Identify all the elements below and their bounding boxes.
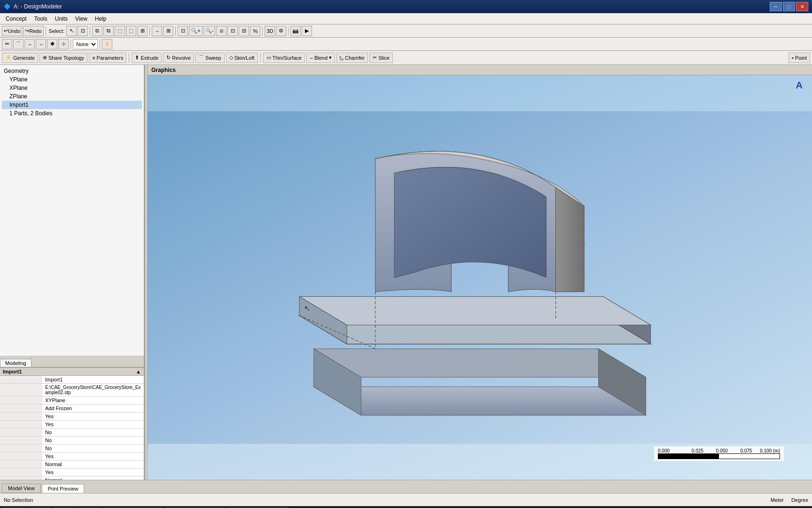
extrude-button[interactable]: ⬆ Extrude xyxy=(132,53,162,63)
tool-arrow[interactable]: → xyxy=(152,26,162,36)
revolve-label: Revolve xyxy=(172,55,191,61)
tool-copy4[interactable]: ⬚ xyxy=(126,26,136,36)
camera-tool[interactable]: 📷 xyxy=(290,26,301,36)
zoom-in[interactable]: 🔍+ xyxy=(189,26,202,36)
tool-pencil3[interactable]: ⌣ xyxy=(24,39,35,49)
tool-copy1[interactable]: ⧉ xyxy=(92,26,102,36)
tool-pencil4[interactable]: ⌣ xyxy=(36,39,46,49)
select-mode-2[interactable]: ⊡ xyxy=(78,26,88,36)
tree-item-import1[interactable]: Import1 xyxy=(2,101,142,109)
share-topology-icon: ⊕ xyxy=(43,55,47,61)
tool-pencil2[interactable]: ⌒ xyxy=(13,39,23,49)
prop-val-9: No xyxy=(42,444,144,452)
undo-button[interactable]: ↩ Undo xyxy=(2,26,22,36)
scale-labels: 0.000 0.025 0.050 0.075 0.100 (m) xyxy=(658,448,780,453)
blend-label: Blend xyxy=(314,55,328,61)
generate-button[interactable]: ⚡ Generate xyxy=(2,53,38,63)
properties-collapse-icon[interactable]: ▲ xyxy=(136,369,141,374)
tool-copy2[interactable]: ⧉ xyxy=(103,26,114,36)
parameters-button[interactable]: ≡ Parameters xyxy=(89,53,126,63)
svg-marker-2 xyxy=(314,349,646,378)
prop-row-2: E:\CAE_GroceryStore\CAE_GroceryStore_Exa… xyxy=(0,384,144,397)
thin-surface-label: Thin/Surface xyxy=(273,55,302,61)
toolbar3: ⚡ Generate ⊕ Share Topology ≡ Parameters… xyxy=(0,51,812,65)
sep-t3-1 xyxy=(129,53,129,63)
tab-print-preview[interactable]: Print Preview xyxy=(42,484,85,493)
zoom-select[interactable]: ⊟ xyxy=(239,26,249,36)
tab-modeling[interactable]: Modeling xyxy=(0,359,31,367)
menu-concept[interactable]: Concept xyxy=(2,15,31,23)
tool-grid[interactable]: ⊞ xyxy=(163,26,173,36)
tool-pencil6[interactable]: ⊹ xyxy=(58,39,69,49)
slice-button[interactable]: ✂ Slice xyxy=(369,53,393,63)
zoom-box[interactable]: ⧈ xyxy=(216,26,226,36)
blend-button[interactable]: ⌣ Blend ▾ xyxy=(306,53,335,63)
tool-pen[interactable]: ✏ xyxy=(2,39,12,49)
zoom-percent[interactable]: % xyxy=(250,26,260,36)
generate-icon: ⚡ xyxy=(5,55,12,61)
point-button[interactable]: • Point xyxy=(789,53,810,63)
title-icon: 🔷 xyxy=(4,3,11,10)
menu-units[interactable]: Units xyxy=(51,15,71,23)
cursor-indicator: ↖ xyxy=(304,304,310,312)
prop-val-7: No xyxy=(42,429,144,437)
panel-tabs: Modeling xyxy=(0,356,144,367)
prop-row-11: Normal xyxy=(0,460,144,468)
zoom-fit[interactable]: ⊡ xyxy=(178,26,188,36)
maximize-button[interactable]: □ xyxy=(783,2,795,11)
sep-t2-2 xyxy=(100,40,100,49)
gen-icon[interactable]: ⚡ xyxy=(102,39,112,49)
tool-copy5[interactable]: ⊞ xyxy=(137,26,148,36)
prop-val-10: Yes xyxy=(42,452,144,460)
none-select[interactable]: None xyxy=(73,39,98,49)
view-3d[interactable]: 3D xyxy=(265,26,275,36)
3d-model-svg: ↖ xyxy=(148,75,812,480)
slice-icon: ✂ xyxy=(373,55,377,61)
chamfer-button[interactable]: ◺ Chamfer xyxy=(336,53,368,63)
model-viewport[interactable]: ↖ 0.000 0.025 0.050 0.075 0.100 (m) A xyxy=(148,75,812,480)
toolbar1: ↩ Undo ↪ Redo Select: ↖ ⊡ ⧉ ⧉ ⬚ ⬚ ⊞ → ⊞ … xyxy=(0,24,812,38)
parameters-label: Parameters xyxy=(97,55,124,61)
share-topology-button[interactable]: ⊕ Share Topology xyxy=(39,53,87,63)
properties-table: Import1 E:\CAE_GroceryStore\CAE_GroceryS… xyxy=(0,376,144,480)
share-topology-label: Share Topology xyxy=(48,55,84,61)
tab-model-view[interactable]: Model View xyxy=(2,484,41,493)
skin-loft-button[interactable]: ◇ Skin/Loft xyxy=(226,53,258,63)
scale-bar: 0.000 0.025 0.050 0.075 0.100 (m) xyxy=(654,446,784,461)
select-mode-arrow[interactable]: ↖ xyxy=(66,26,77,36)
minimize-button[interactable]: ─ xyxy=(770,2,782,11)
redo-button[interactable]: ↪ Redo xyxy=(23,26,43,36)
menu-help[interactable]: Help xyxy=(91,15,110,23)
tree-item-geometry[interactable]: Geometry xyxy=(2,67,142,75)
extrude-icon: ⬆ xyxy=(135,55,139,61)
close-button[interactable]: ✕ xyxy=(796,2,808,11)
titlebar-controls: ─ □ ✕ xyxy=(770,2,808,11)
prop-val-5: Yes xyxy=(42,413,144,421)
separator2 xyxy=(90,26,90,36)
graphics-title: Graphics xyxy=(151,67,176,73)
menu-view[interactable]: View xyxy=(71,15,91,23)
tree-item-bodies[interactable]: 1 Parts, 2 Bodies xyxy=(2,109,142,118)
prop-key-12 xyxy=(0,468,42,476)
prop-key-5 xyxy=(0,413,42,421)
tool-pencil5[interactable]: ✱ xyxy=(47,39,57,49)
thin-surface-button[interactable]: ▭ Thin/Surface xyxy=(263,53,305,63)
scale-label-left: 0.000 xyxy=(658,448,670,453)
prop-row-1: Import1 xyxy=(0,376,144,384)
thin-surface-icon: ▭ xyxy=(266,55,271,61)
zoom-out[interactable]: 🔍- xyxy=(203,26,216,36)
tree-area[interactable]: Geometry YPlane XPlane ZPlane Import1 1 … xyxy=(0,65,144,356)
menu-tools[interactable]: Tools xyxy=(31,15,51,23)
tree-item-zplane[interactable]: ZPlane xyxy=(2,92,142,101)
tool-copy3[interactable]: ⬚ xyxy=(115,26,125,36)
prop-val-4: Add Frozen xyxy=(42,405,144,413)
revolve-button[interactable]: ↻ Revolve xyxy=(163,53,194,63)
scale-label-right: 0.100 (m) xyxy=(760,448,780,453)
zoom-fit2[interactable]: ⊡ xyxy=(227,26,238,36)
sweep-button[interactable]: ⌒ Sweep xyxy=(195,53,225,63)
tree-item-xplane[interactable]: XPlane xyxy=(2,84,142,92)
tree-item-yplane[interactable]: YPlane xyxy=(2,75,142,84)
view-settings[interactable]: ⚙ xyxy=(276,26,286,36)
view-toggle[interactable]: ▶ xyxy=(302,26,312,36)
chamfer-icon: ◺ xyxy=(340,55,344,61)
